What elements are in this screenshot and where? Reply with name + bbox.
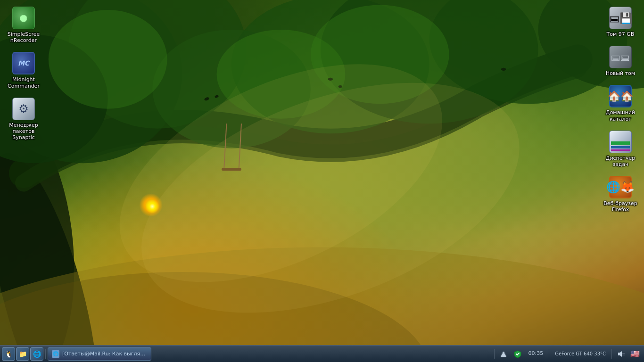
wallpaper xyxy=(0,0,644,362)
home-icon-glyph: 🏠 xyxy=(608,90,620,102)
svg-rect-26 xyxy=(502,354,505,355)
firefox-icon: 🌐 xyxy=(609,176,632,198)
tray-volume-icon[interactable]: )))) xyxy=(616,349,626,359)
taskbar-browser-button[interactable]: 🌐 xyxy=(30,347,43,361)
synaptic-icon xyxy=(12,98,35,120)
tray-time-display: 00:35 xyxy=(528,350,544,357)
mc-label: Midnight Commander xyxy=(7,76,41,89)
screenrecorder-icon xyxy=(12,7,35,29)
taskman-bar-purple xyxy=(611,149,630,151)
taskbar-start-button[interactable]: 🐧 xyxy=(2,347,15,361)
desktop-icon-volume97[interactable]: 🖴 Том 97 GB xyxy=(602,5,639,39)
screenrecorder-label: SimpleScreenRecorder xyxy=(7,31,41,43)
desktop: SimpleScreenRecorder MC Midnight Command… xyxy=(0,0,644,362)
taskbar-start-area: 🐧 📁 🌐 xyxy=(0,346,45,362)
tray-network-icon[interactable] xyxy=(498,349,509,359)
tray-gpu[interactable]: GeForce GT 640 33°C xyxy=(553,349,608,359)
synaptic-label: Менеджер пакетов Synaptic xyxy=(7,122,41,141)
desktop-icons-right: 🖴 Том 97 GB 🖴 Новый том 🏠 Домашний катал… xyxy=(602,5,639,215)
mc-icon-text: MC xyxy=(18,59,29,67)
taskman-bar-green xyxy=(611,141,630,145)
taskbar: 🐧 📁 🌐 🌐 [Ответы@Mail.Ru: Как выгляди... xyxy=(0,345,644,362)
tray-gpu-display: GeForce GT 640 33°C xyxy=(555,351,606,356)
tray-flag-icon[interactable]: 🇺🇸 xyxy=(630,349,640,359)
desktop-icon-firefox[interactable]: 🌐 Веб-браузер Firefox xyxy=(602,174,639,214)
volume97-label: Том 97 GB xyxy=(607,31,635,37)
tray-time[interactable]: 00:35 xyxy=(527,349,545,359)
newvol-label: Новый том xyxy=(606,70,635,76)
app-firefox-icon: 🌐 xyxy=(52,350,59,358)
mc-icon-inner: MC xyxy=(13,53,34,74)
desktop-icon-mc[interactable]: MC Midnight Commander xyxy=(5,50,42,90)
taskbar-tray: 00:35 GeForce GT 640 33°C )))) 🇺🇸 xyxy=(490,346,644,362)
mc-icon: MC xyxy=(12,52,35,74)
svg-rect-25 xyxy=(501,355,506,357)
separator-tray xyxy=(494,349,495,359)
flag-display: 🇺🇸 xyxy=(630,349,640,358)
desktop-icon-synaptic[interactable]: Менеджер пакетов Synaptic xyxy=(5,96,42,143)
app-firefox-label: [Ответы@Mail.Ru: Как выгляди... xyxy=(62,351,147,357)
browser-icon: 🌐 xyxy=(33,350,41,358)
desktop-icon-home[interactable]: 🏠 Домашний каталог xyxy=(602,83,639,123)
svg-rect-27 xyxy=(503,352,504,354)
svg-marker-28 xyxy=(618,351,622,357)
start-icon: 🐧 xyxy=(5,350,13,358)
files-icon: 📁 xyxy=(19,350,27,358)
home-label: Домашний каталог xyxy=(603,109,637,122)
shield-icon xyxy=(513,350,522,358)
separator-time xyxy=(549,349,549,359)
firefox-icon-glyph: 🌐 xyxy=(606,181,620,194)
drive-icon-glyph: 🖴 xyxy=(609,12,619,24)
desktop-icons-left: SimpleScreenRecorder MC Midnight Command… xyxy=(5,5,42,142)
drive-icon: 🖴 xyxy=(609,7,632,29)
tray-security-icon[interactable] xyxy=(512,349,523,359)
home-icon: 🏠 xyxy=(609,85,632,107)
taskbar-app-firefox[interactable]: 🌐 [Ответы@Mail.Ru: Как выгляди... xyxy=(48,347,151,361)
desktop-icon-taskman[interactable]: Диспетчер задач xyxy=(602,129,639,169)
desktop-icon-screenrecorder[interactable]: SimpleScreenRecorder xyxy=(5,5,42,45)
newvol-icon-glyph: 🖴 xyxy=(611,51,620,63)
network-icon xyxy=(499,350,508,358)
taskman-icon xyxy=(609,131,632,153)
taskman-bar-blue xyxy=(611,146,630,148)
svg-text:)))): )))) xyxy=(622,353,625,355)
desktop-icon-newvol[interactable]: 🖴 Новый том xyxy=(602,44,639,78)
taskman-inner xyxy=(610,131,631,153)
taskbar-files-button[interactable]: 📁 xyxy=(16,347,29,361)
firefox-label: Веб-браузер Firefox xyxy=(603,200,637,213)
newvol-icon: 🖴 xyxy=(609,46,632,68)
taskman-label: Диспетчер задач xyxy=(603,155,637,167)
separator-gpu xyxy=(611,349,612,359)
taskbar-open-apps: 🌐 [Ответы@Mail.Ru: Как выгляди... xyxy=(46,346,490,362)
volume-icon: )))) xyxy=(617,350,625,358)
